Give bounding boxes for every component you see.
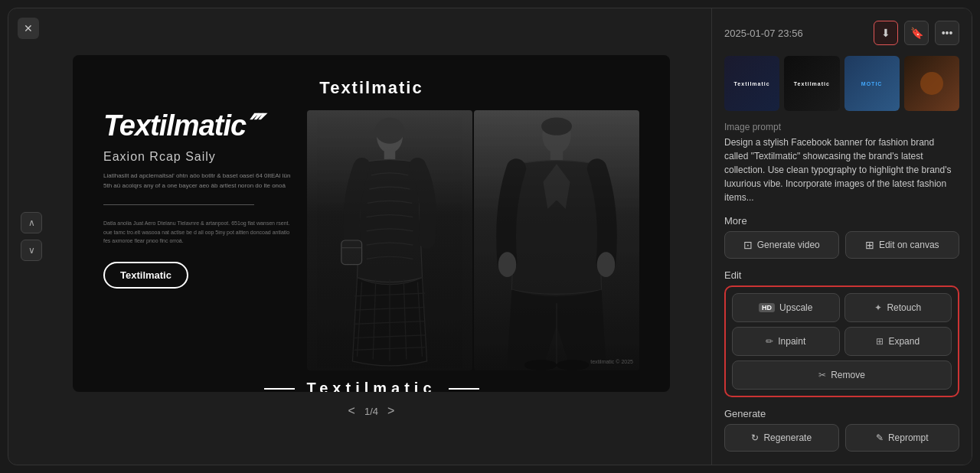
edit-section: Edit HD Upscale ✦ Retouch ✏ Inpaint ⊞ Ex… bbox=[724, 269, 959, 397]
nav-arrows: ∧ ∨ bbox=[21, 212, 42, 261]
photo-watermark: textilmatic © 2025 bbox=[590, 359, 633, 364]
thumb-label-1: Textilmatic bbox=[734, 81, 770, 86]
download-button[interactable]: ⬇ bbox=[874, 21, 898, 45]
reprompt-button[interactable]: ✎ Reprompt bbox=[845, 424, 960, 452]
canvas-edit-icon: ⊞ bbox=[865, 239, 874, 251]
regenerate-label: Regenerate bbox=[763, 432, 812, 443]
sub-headline: Eaxion Rcap Saily bbox=[103, 150, 292, 164]
hd-badge: HD bbox=[759, 303, 775, 312]
inpaint-label: Inpaint bbox=[778, 336, 805, 347]
thumb-label-3: MOTIC bbox=[861, 81, 883, 86]
thumb-content-4 bbox=[904, 56, 959, 111]
right-photo-col: textilmatic © 2025 bbox=[307, 110, 639, 370]
nav-up-button[interactable]: ∧ bbox=[21, 212, 42, 233]
body-text-2: Datla anolia Juat Aero Dtelanu Tlelavnre… bbox=[103, 219, 292, 245]
page-indicator: 1/4 bbox=[364, 406, 378, 417]
retouch-button[interactable]: ✦ Retouch bbox=[844, 293, 952, 322]
reprompt-icon: ✎ bbox=[876, 432, 884, 443]
thumbnail-strip: Textilmatic Textilmatic MOTIC bbox=[724, 56, 959, 111]
thumbnail-1[interactable]: Textilmatic bbox=[724, 56, 779, 111]
close-icon: ✕ bbox=[24, 22, 33, 34]
edit-on-canvas-button[interactable]: ⊞ Edit on canvas bbox=[845, 231, 960, 259]
inpaint-button[interactable]: ✏ Inpaint bbox=[732, 327, 840, 356]
retouch-label: Retouch bbox=[887, 302, 921, 313]
thumbnail-2[interactable]: Textilmatic bbox=[784, 56, 839, 111]
next-page-button[interactable]: > bbox=[387, 404, 394, 418]
panel-actions: ⬇ 🔖 ••• bbox=[874, 21, 959, 45]
timestamp-label: 2025-01-07 23:56 bbox=[724, 28, 803, 39]
pagination: < 1/4 > bbox=[348, 404, 395, 418]
more-options-button[interactable]: ••• bbox=[935, 21, 959, 45]
thumb-content-2: Textilmatic bbox=[784, 56, 839, 111]
footer-brand-text: Textilmatic bbox=[307, 380, 436, 392]
chevron-up-icon: ∧ bbox=[28, 217, 35, 228]
female-figure-svg bbox=[307, 110, 472, 370]
nav-down-button[interactable]: ∨ bbox=[21, 240, 42, 261]
svg-point-24 bbox=[524, 360, 557, 370]
upscale-button[interactable]: HD Upscale bbox=[732, 293, 840, 322]
cta-button[interactable]: Textilmatic bbox=[103, 262, 188, 289]
brand-title-top: Textilmatic bbox=[103, 78, 639, 98]
image-prompt-section: Image prompt Design a stylish Facebook b… bbox=[724, 122, 959, 204]
remove-icon: ✂ bbox=[818, 370, 826, 380]
upscale-label: Upscale bbox=[779, 302, 812, 313]
chevron-down-icon: ∨ bbox=[28, 245, 35, 256]
thumb-content-3: MOTIC bbox=[844, 56, 900, 111]
svg-rect-4 bbox=[341, 240, 362, 265]
image-prompt-text: Design a stylish Facebook banner for fas… bbox=[724, 135, 959, 204]
generate-section: Generate ↻ Regenerate ✎ Reprompt bbox=[724, 408, 959, 452]
male-figure-svg bbox=[474, 110, 639, 370]
remove-button[interactable]: ✂ Remove bbox=[732, 360, 952, 390]
edit-on-canvas-label: Edit on canvas bbox=[879, 240, 939, 250]
more-section-label: More bbox=[724, 215, 959, 227]
thumbnail-3[interactable]: MOTIC bbox=[844, 56, 900, 111]
canvas-body: Textilmatic‴ Eaxion Rcap Saily Liatlhasl… bbox=[103, 110, 639, 370]
ellipsis-icon: ••• bbox=[942, 27, 953, 39]
current-page: 1 bbox=[364, 406, 370, 417]
video-icon: ⊡ bbox=[743, 239, 753, 251]
edit-grid: HD Upscale ✦ Retouch ✏ Inpaint ⊞ Expand … bbox=[724, 285, 959, 397]
panel-header: 2025-01-07 23:56 ⬇ 🔖 ••• bbox=[724, 21, 959, 45]
prev-page-button[interactable]: < bbox=[348, 404, 355, 418]
image-canvas: Textilmatic Textilmatic‴ Eaxion Rcap Sai… bbox=[73, 55, 670, 392]
main-area: ∧ ∨ Textilmatic Textilmatic‴ Eaxion Rcap… bbox=[8, 8, 711, 465]
reprompt-label: Reprompt bbox=[888, 432, 929, 443]
expand-label: Expand bbox=[888, 336, 920, 347]
left-text-col: Textilmatic‴ Eaxion Rcap Saily Liatlhasl… bbox=[103, 110, 307, 370]
footer-dash-left bbox=[264, 388, 295, 390]
generate-video-button[interactable]: ⊡ Generate video bbox=[724, 231, 839, 259]
svg-point-21 bbox=[498, 252, 516, 277]
bookmark-button[interactable]: 🔖 bbox=[904, 21, 929, 45]
svg-point-25 bbox=[557, 360, 589, 370]
thumbnail-4[interactable] bbox=[904, 56, 959, 111]
canvas-content: Textilmatic Textilmatic‴ Eaxion Rcap Sai… bbox=[73, 55, 670, 392]
svg-point-1 bbox=[375, 118, 405, 144]
right-panel: 2025-01-07 23:56 ⬇ 🔖 ••• Textilmatic bbox=[711, 8, 972, 465]
thumb-img-4 bbox=[920, 72, 943, 95]
footer-dash-right bbox=[449, 388, 479, 390]
body-text-1: Liatlhasllt ad apclemaltsal' ohtn aöo bo… bbox=[103, 171, 292, 191]
expand-icon: ⊞ bbox=[876, 336, 884, 347]
total-pages: 4 bbox=[373, 406, 378, 417]
app-container: ✕ ∧ ∨ Textilmatic Textilmatic‴ Eaxion R bbox=[8, 8, 972, 465]
inpaint-icon: ✏ bbox=[766, 336, 773, 347]
generate-section-label: Generate bbox=[724, 408, 959, 419]
edit-section-label: Edit bbox=[724, 269, 959, 281]
image-prompt-label: Image prompt bbox=[724, 122, 959, 132]
remove-label: Remove bbox=[831, 370, 865, 380]
more-buttons: ⊡ Generate video ⊞ Edit on canvas bbox=[724, 231, 959, 259]
bookmark-icon: 🔖 bbox=[910, 27, 923, 39]
expand-button[interactable]: ⊞ Expand bbox=[844, 327, 952, 356]
generate-video-label: Generate video bbox=[757, 240, 820, 250]
close-button[interactable]: ✕ bbox=[18, 18, 39, 39]
regenerate-button[interactable]: ↻ Regenerate bbox=[724, 424, 839, 452]
svg-point-17 bbox=[541, 117, 572, 135]
thumb-content-1: Textilmatic bbox=[724, 56, 779, 111]
thumb-label-2: Textilmatic bbox=[794, 81, 830, 86]
divider-line bbox=[103, 204, 254, 205]
brand-hero-text: Textilmatic‴ bbox=[103, 110, 292, 142]
retouch-icon: ✦ bbox=[874, 302, 882, 313]
more-section: More ⊡ Generate video ⊞ Edit on canvas bbox=[724, 215, 959, 259]
svg-point-22 bbox=[597, 252, 615, 277]
canvas-footer: Textilmatic bbox=[103, 380, 639, 392]
